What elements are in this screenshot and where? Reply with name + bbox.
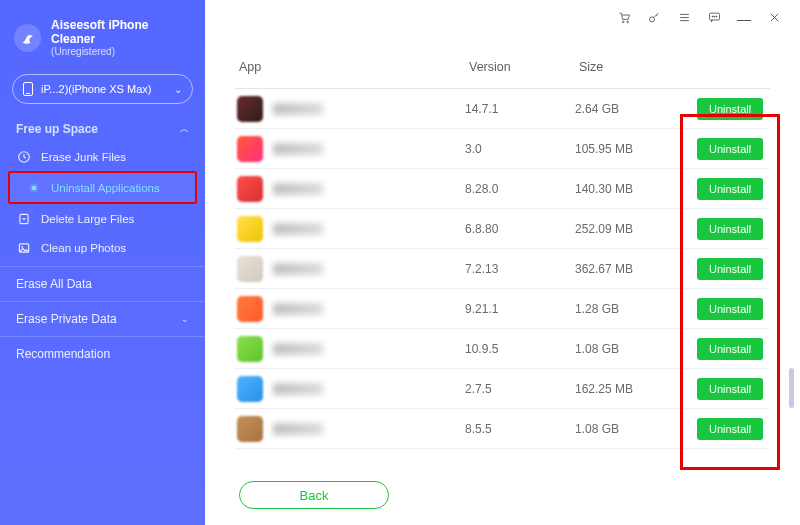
clock-icon [16, 149, 31, 164]
close-button[interactable] [766, 9, 782, 25]
uninstall-button[interactable]: Uninstall [697, 98, 763, 120]
nav-section-label: Recommendation [16, 347, 110, 361]
uninstall-button[interactable]: Uninstall [697, 258, 763, 280]
svg-point-2 [31, 185, 36, 190]
col-header-app: App [239, 60, 469, 74]
app-size: 162.25 MB [575, 382, 685, 396]
table-row: 14.7.12.64 GBUninstall [235, 89, 770, 129]
svg-point-8 [626, 21, 628, 23]
app-version: 3.0 [465, 142, 575, 156]
uninstall-button[interactable]: Uninstall [697, 338, 763, 360]
app-icon [237, 176, 263, 202]
app-version: 14.7.1 [465, 102, 575, 116]
table-row: 8.5.51.08 GBUninstall [235, 409, 770, 449]
brand-block: Aiseesoft iPhone Cleaner (Unregistered) [0, 8, 205, 72]
sidebar: Aiseesoft iPhone Cleaner (Unregistered) … [0, 0, 205, 525]
nav-section-recommendation[interactable]: Recommendation [0, 341, 205, 367]
cart-icon[interactable] [616, 9, 632, 25]
app-version: 2.7.5 [465, 382, 575, 396]
app-name-blurred [273, 383, 323, 395]
app-version: 8.28.0 [465, 182, 575, 196]
app-icon [237, 216, 263, 242]
nav-section-erase-all[interactable]: Erase All Data [0, 271, 205, 297]
uninstall-button[interactable]: Uninstall [697, 138, 763, 160]
table-row: 7.2.13362.67 MBUninstall [235, 249, 770, 289]
app-title: Aiseesoft iPhone Cleaner [51, 18, 191, 46]
key-icon[interactable] [646, 9, 662, 25]
app-list: 14.7.12.64 GBUninstall3.0105.95 MBUninst… [235, 88, 770, 449]
app-icon [237, 296, 263, 322]
app-size: 1.08 GB [575, 422, 685, 436]
app-name-blurred [273, 303, 323, 315]
svg-point-14 [712, 16, 713, 17]
chevron-down-icon: ⌄ [174, 84, 182, 95]
scrollbar-thumb[interactable] [789, 368, 794, 408]
table-row: 10.9.51.08 GBUninstall [235, 329, 770, 369]
sidebar-item-uninstall-apps[interactable]: Uninstall Applications [10, 173, 195, 202]
nav-section-erase-private[interactable]: Erase Private Data ⌄ [0, 306, 205, 332]
sidebar-item-delete-large[interactable]: Delete Large Files [0, 204, 205, 233]
nav-section-label: Erase Private Data [16, 312, 117, 326]
app-version: 7.2.13 [465, 262, 575, 276]
svg-point-7 [622, 21, 624, 23]
svg-point-16 [715, 16, 716, 17]
divider [0, 336, 205, 337]
highlight-uninstall-nav: Uninstall Applications [8, 171, 197, 204]
sidebar-item-label: Clean up Photos [41, 242, 126, 254]
app-size: 2.64 GB [575, 102, 685, 116]
app-version: 6.8.80 [465, 222, 575, 236]
app-icon [237, 136, 263, 162]
table-row: 2.7.5162.25 MBUninstall [235, 369, 770, 409]
back-button[interactable]: Back [239, 481, 389, 509]
minimize-button[interactable] [736, 9, 752, 25]
app-name-blurred [273, 223, 323, 235]
app-name-blurred [273, 423, 323, 435]
nav-section-label: Erase All Data [16, 277, 92, 291]
svg-point-6 [21, 245, 23, 247]
sidebar-item-erase-junk[interactable]: Erase Junk Files [0, 142, 205, 171]
col-header-size: Size [579, 60, 689, 74]
app-icon [237, 376, 263, 402]
app-size: 105.95 MB [575, 142, 685, 156]
app-size: 140.30 MB [575, 182, 685, 196]
table-row: 6.8.80252.09 MBUninstall [235, 209, 770, 249]
app-icon [237, 96, 263, 122]
uninstall-button[interactable]: Uninstall [697, 418, 763, 440]
image-icon [16, 240, 31, 255]
app-size: 252.09 MB [575, 222, 685, 236]
app-name-blurred [273, 263, 323, 275]
column-headers: App Version Size [235, 34, 770, 88]
app-icon [237, 416, 263, 442]
app-icon [237, 256, 263, 282]
sidebar-item-label: Delete Large Files [41, 213, 134, 225]
phone-icon [23, 82, 33, 96]
chevron-up-icon: ︿ [180, 123, 189, 136]
divider [0, 266, 205, 267]
chevron-down-icon: ⌄ [181, 314, 189, 324]
chat-icon[interactable] [706, 9, 722, 25]
uninstall-button[interactable]: Uninstall [697, 298, 763, 320]
svg-point-15 [714, 16, 715, 17]
nav-section-free-up-space[interactable]: Free up Space ︿ [0, 116, 205, 142]
sidebar-item-clean-photos[interactable]: Clean up Photos [0, 233, 205, 262]
gear-plus-icon [26, 180, 41, 195]
app-version: 10.9.5 [465, 342, 575, 356]
device-label: iP...2)(iPhone XS Max) [41, 83, 166, 95]
uninstall-button[interactable]: Uninstall [697, 178, 763, 200]
app-name-blurred [273, 183, 323, 195]
app-icon [237, 336, 263, 362]
menu-icon[interactable] [676, 9, 692, 25]
device-selector[interactable]: iP...2)(iPhone XS Max) ⌄ [12, 74, 193, 104]
col-header-version: Version [469, 60, 579, 74]
footer: Back [205, 471, 800, 525]
app-logo-icon [14, 24, 41, 52]
uninstall-button[interactable]: Uninstall [697, 378, 763, 400]
app-size: 1.08 GB [575, 342, 685, 356]
uninstall-button[interactable]: Uninstall [697, 218, 763, 240]
app-size: 1.28 GB [575, 302, 685, 316]
app-version: 9.21.1 [465, 302, 575, 316]
svg-point-9 [649, 16, 654, 21]
app-name-blurred [273, 103, 323, 115]
table-row: 9.21.11.28 GBUninstall [235, 289, 770, 329]
app-version: 8.5.5 [465, 422, 575, 436]
